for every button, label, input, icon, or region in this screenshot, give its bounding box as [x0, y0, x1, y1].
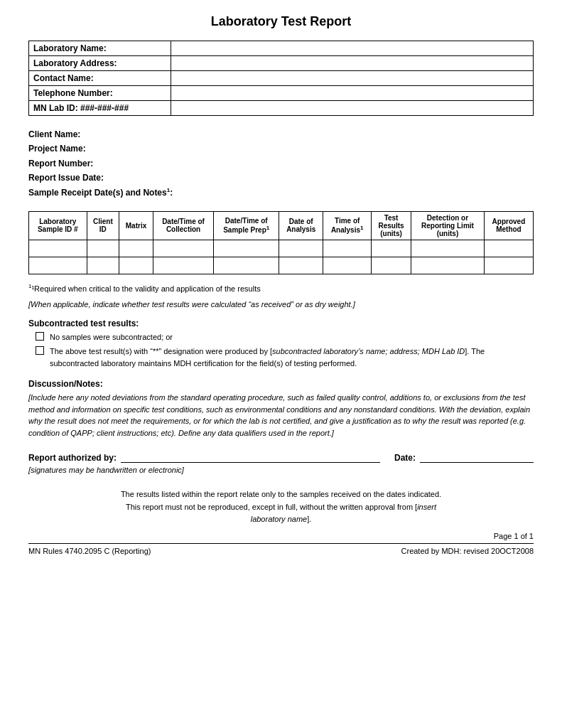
- col-client-id: ClientID: [87, 211, 119, 240]
- cell-date-prep-2: [214, 257, 279, 274]
- footer-section: The results listed within the report rel…: [28, 488, 534, 526]
- project-name-label: Project Name:: [28, 141, 534, 156]
- bottom-bar: MN Rules 4740.2095 C (Reporting) Created…: [28, 543, 534, 555]
- lab-name-label: Laboratory Name:: [29, 41, 171, 56]
- col-time-analysis: Time ofAnalysis1: [323, 211, 372, 240]
- contact-name-label: Contact Name:: [29, 71, 171, 86]
- discussion-body: [Include here any noted deviations from …: [28, 392, 534, 439]
- auth-label: Report authorized by:: [28, 453, 117, 463]
- subcontracted-text-1: No samples were subcontracted; or: [50, 331, 173, 343]
- cell-client-id-2: [87, 257, 119, 274]
- page-title: Laboratory Test Report: [28, 14, 534, 29]
- checkbox-2[interactable]: [36, 346, 44, 355]
- telephone-label: Telephone Number:: [29, 86, 171, 101]
- cell-results-1: [372, 240, 411, 257]
- lab-address-value: [171, 56, 534, 71]
- auth-signature-line: [121, 462, 380, 463]
- sample-receipt-label: Sample Receipt Date(s) and Notes1:: [28, 186, 534, 200]
- col-lab-sample-id: LaboratorySample ID #: [29, 211, 87, 240]
- cell-time-analysis-1: [323, 240, 372, 257]
- page-number: Page 1 of 1: [28, 532, 534, 540]
- cell-detection-1: [411, 240, 485, 257]
- auth-sub-text: [signatures may be handwritten or electr…: [28, 466, 534, 474]
- subcontracted-item-1: No samples were subcontracted; or: [36, 331, 534, 343]
- checkbox-1[interactable]: [36, 332, 44, 341]
- col-date-analysis: Date ofAnalysis: [279, 211, 323, 240]
- cell-date-prep-1: [214, 240, 279, 257]
- subcontracted-item-2: The above test result(s) with “**” desig…: [36, 346, 534, 369]
- telephone-value: [171, 86, 534, 101]
- report-number-label: Report Number:: [28, 156, 534, 171]
- auth-line: Report authorized by: Date:: [28, 453, 534, 463]
- report-issue-date-label: Report Issue Date:: [28, 171, 534, 185]
- footer-insert: insertlaboratory name: [251, 503, 436, 524]
- cell-lab-sample-id-2: [29, 257, 87, 274]
- lab-address-label: Laboratory Address:: [29, 56, 171, 71]
- bottom-right: Created by MDH: revised 20OCT2008: [401, 547, 534, 555]
- footnote-text: 1¹Required when critical to the validity…: [28, 283, 534, 293]
- cell-date-analysis-1: [279, 240, 323, 257]
- cell-client-id-1: [87, 240, 119, 257]
- cell-results-2: [372, 257, 411, 274]
- cell-time-analysis-2: [323, 257, 372, 274]
- col-date-collection: Date/Time ofCollection: [153, 211, 213, 240]
- footer-line2: This report must not be reproduced, exce…: [28, 501, 534, 526]
- mn-lab-id-value: [171, 101, 534, 116]
- subcontracted-title: Subcontracted test results:: [28, 318, 534, 328]
- col-detection-reporting: Detection orReporting Limit(units): [411, 211, 485, 240]
- col-approved-method: ApprovedMethod: [484, 211, 533, 240]
- subcontracted-section: Subcontracted test results: No samples w…: [28, 318, 534, 370]
- cell-matrix-2: [119, 257, 153, 274]
- mn-lab-id-label: MN Lab ID: ###-###-###: [29, 101, 171, 116]
- cell-matrix-1: [119, 240, 153, 257]
- table-row: [29, 240, 534, 257]
- authorization-section: Report authorized by: Date: [signatures …: [28, 453, 534, 474]
- discussion-section: Discussion/Notes: [Include here any note…: [28, 379, 534, 439]
- footer-line1: The results listed within the report rel…: [28, 488, 534, 501]
- client-info-section: Client Name: Project Name: Report Number…: [28, 127, 534, 200]
- lab-name-value: [171, 41, 534, 56]
- italic-note: [When applicable, indicate whether test …: [28, 300, 534, 309]
- client-name-label: Client Name:: [28, 127, 534, 141]
- auth-date-label: Date:: [394, 453, 416, 463]
- cell-date-analysis-2: [279, 257, 323, 274]
- auth-date-line: [420, 462, 534, 463]
- col-date-sample-prep: Date/Time ofSample Prep1: [214, 211, 279, 240]
- cell-method-1: [484, 240, 533, 257]
- col-test-results: TestResults(units): [372, 211, 411, 240]
- cell-detection-2: [411, 257, 485, 274]
- col-matrix: Matrix: [119, 211, 153, 240]
- lab-info-table: Laboratory Name: Laboratory Address: Con…: [28, 41, 534, 116]
- cell-date-collection-2: [153, 257, 213, 274]
- discussion-title: Discussion/Notes:: [28, 379, 534, 389]
- contact-name-value: [171, 71, 534, 86]
- cell-lab-sample-id-1: [29, 240, 87, 257]
- table-row: [29, 257, 534, 274]
- subcontracted-text-2: The above test result(s) with “**” desig…: [50, 346, 534, 369]
- sample-data-table: LaboratorySample ID # ClientID Matrix Da…: [28, 211, 534, 274]
- cell-date-collection-1: [153, 240, 213, 257]
- bottom-left: MN Rules 4740.2095 C (Reporting): [28, 547, 151, 555]
- footer-lab-name: laboratory name: [251, 515, 308, 523]
- cell-method-2: [484, 257, 533, 274]
